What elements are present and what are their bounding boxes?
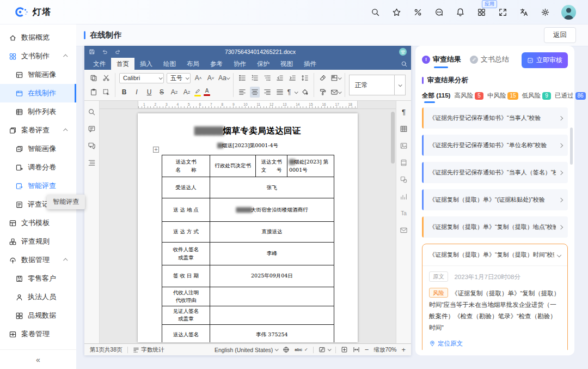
cut-button[interactable] xyxy=(101,72,111,83)
table-cell-value[interactable]: 直接送达 xyxy=(210,222,334,243)
word-count-button[interactable]: 字数统计 xyxy=(133,346,164,354)
header-footer-settings-icon[interactable] xyxy=(399,158,409,167)
select-all-button[interactable] xyxy=(101,87,111,98)
document-language-icon[interactable] xyxy=(283,346,290,353)
decrease-indent-button[interactable] xyxy=(275,72,285,83)
text-art-settings-icon[interactable]: Ta xyxy=(399,209,409,217)
sidebar-item-volume-split[interactable]: 调卷分卷 xyxy=(0,158,76,177)
style-gallery-expand-button[interactable] xyxy=(395,75,406,95)
document-scrollbar[interactable] xyxy=(391,112,395,164)
sidebar-item-doc-templates[interactable]: 文书模板 xyxy=(0,214,76,232)
sidebar-item-data-overview[interactable]: 数据概览 xyxy=(0,28,76,47)
table-cell-label[interactable]: 送 达 地 点 xyxy=(162,198,210,222)
spellcheck-button[interactable]: abc✓ xyxy=(295,347,308,352)
sidebar-item-online-creation[interactable]: 在线制作 xyxy=(0,84,76,102)
clear-style-button[interactable] xyxy=(318,72,328,83)
justify-button[interactable] xyxy=(275,87,285,98)
page-indicator[interactable]: 第1页共38页 xyxy=(90,346,122,354)
tab-collaboration[interactable]: 协作 xyxy=(228,58,252,70)
table-cell-label[interactable]: 见证人签名或盖章 xyxy=(162,306,210,325)
apps-grid-icon[interactable]: 应用 xyxy=(476,7,486,17)
sidebar-group-case-review[interactable]: 案卷评查 xyxy=(0,121,76,140)
review-result-item[interactable]: 《证据复制（提取）单》“复制（提取）地点”校验 xyxy=(422,216,568,238)
back-button[interactable]: 返回 xyxy=(544,27,576,43)
fit-page-button[interactable] xyxy=(341,346,348,353)
find-icon[interactable] xyxy=(87,107,97,116)
line-spacing-button[interactable] xyxy=(300,72,310,83)
settings-gear-icon[interactable] xyxy=(540,7,550,17)
table-cell-value[interactable]: 行政处罚决定书 xyxy=(210,155,256,177)
filter-passed[interactable]: 已通过86 xyxy=(555,92,586,103)
bold-button[interactable]: B xyxy=(119,87,129,98)
table-cell-label[interactable]: 送达文书名 称 xyxy=(162,155,210,177)
panel-scrollbar[interactable] xyxy=(570,128,573,165)
sidebar-item-smart-portrait-doc[interactable]: 智能画像 xyxy=(0,65,76,84)
table-cell-label[interactable]: 送达人签名 xyxy=(162,324,210,342)
review-result-item[interactable]: 《证据先行登记保存通知书》“当事人（签名）”校验 xyxy=(422,162,568,183)
save-icon[interactable] xyxy=(89,49,95,55)
table-move-handle[interactable]: + xyxy=(153,147,159,153)
undo-icon[interactable] xyxy=(101,49,108,55)
sidebar-item-smart-portrait-case[interactable]: 智能画像 xyxy=(0,140,76,158)
zoom-level[interactable]: 缩放70% xyxy=(373,346,396,354)
zoom-in-button[interactable]: + xyxy=(401,346,406,353)
zoom-out-button[interactable]: − xyxy=(365,346,369,353)
table-cell-value[interactable]: 李伟 375254 xyxy=(210,324,334,342)
sidebar-group-data-management[interactable]: 数据管理 xyxy=(0,251,76,269)
table-cell-label[interactable]: 受送达人 xyxy=(162,177,210,198)
chart-settings-icon[interactable] xyxy=(399,192,409,201)
sidebar-item-law-enforcers[interactable]: 执法人员 xyxy=(0,288,76,306)
chat-icon[interactable] xyxy=(87,141,97,150)
paragraph-settings-icon[interactable]: ¶ xyxy=(399,107,409,116)
review-result-item[interactable]: 《证据先行登记保存通知书》“单位名称”校验 xyxy=(422,135,568,156)
underline-button[interactable]: U xyxy=(144,87,154,98)
percent-icon[interactable] xyxy=(413,7,422,17)
document-page[interactable]: ██████烟草专卖局送达回证 ██烟送[2023]第0001-4号 + 送达文… xyxy=(138,113,358,342)
increase-font-button[interactable]: A˄ xyxy=(193,72,203,83)
table-cell-value[interactable]: 2025年09月04日 xyxy=(210,265,334,287)
fullscreen-icon[interactable] xyxy=(498,7,507,17)
filter-low-risk[interactable]: 低风险9 xyxy=(522,92,552,103)
tab-draw[interactable]: 绘图 xyxy=(158,58,181,70)
track-changes-button[interactable] xyxy=(318,346,330,353)
paste-button[interactable] xyxy=(89,87,99,98)
user-avatar[interactable] xyxy=(561,5,576,20)
highlight-color-button[interactable] xyxy=(194,87,201,98)
sidebar-group-document-creation[interactable]: 文书制作 xyxy=(0,47,76,65)
review-now-button[interactable]: 立即审核 xyxy=(522,52,568,68)
color-scheme-button[interactable] xyxy=(330,72,341,83)
mail-merge-button[interactable] xyxy=(330,87,341,98)
subscript-button[interactable]: A2 xyxy=(182,87,192,98)
table-cell-label[interactable]: 收件人签名或盖章 xyxy=(162,243,210,265)
headings-icon[interactable] xyxy=(87,158,97,167)
paragraph-style-gallery[interactable]: 正常 xyxy=(349,75,395,95)
table-cell-value[interactable]: ██烟处[2023] 第0001号 xyxy=(287,155,334,177)
decrease-font-button[interactable]: A˅ xyxy=(206,72,216,83)
table-cell-label[interactable]: 签 收 日 期 xyxy=(162,265,210,287)
superscript-button[interactable]: A2 xyxy=(169,87,179,98)
tab-view[interactable]: 视图 xyxy=(275,58,298,70)
change-case-button[interactable]: Aa xyxy=(218,72,229,83)
sidebar-item-case-management[interactable]: 案卷管理 xyxy=(0,325,76,343)
tab-review-results[interactable]: ! 审查结果 xyxy=(422,55,461,68)
tab-insert[interactable]: 插入 xyxy=(134,58,158,70)
collaborator-avatar[interactable]: 管 xyxy=(399,48,407,56)
bullet-list-button[interactable] xyxy=(237,72,247,83)
table-cell-value[interactable] xyxy=(210,287,334,306)
font-color-button[interactable]: A xyxy=(204,87,210,98)
numbered-list-button[interactable] xyxy=(250,72,260,83)
message-icon[interactable] xyxy=(434,7,444,17)
table-settings-icon[interactable] xyxy=(399,124,409,133)
search-icon[interactable] xyxy=(370,7,380,17)
locate-original-link[interactable]: 定位原文 xyxy=(429,340,561,348)
star-icon[interactable] xyxy=(391,7,401,17)
table-cell-value[interactable]: 李峰 xyxy=(210,243,334,265)
sidebar-item-retail-customers[interactable]: 零售客户 xyxy=(0,269,76,288)
strikethrough-button[interactable]: S xyxy=(157,87,167,98)
redo-icon[interactable] xyxy=(114,49,121,55)
sidebar-collapse-button[interactable]: « xyxy=(0,349,76,369)
multilevel-list-button[interactable] xyxy=(262,72,272,83)
copy-button[interactable] xyxy=(89,72,99,83)
table-cell-label[interactable]: 送 达 方 式 xyxy=(162,222,210,243)
tab-references[interactable]: 参考 xyxy=(205,58,228,70)
